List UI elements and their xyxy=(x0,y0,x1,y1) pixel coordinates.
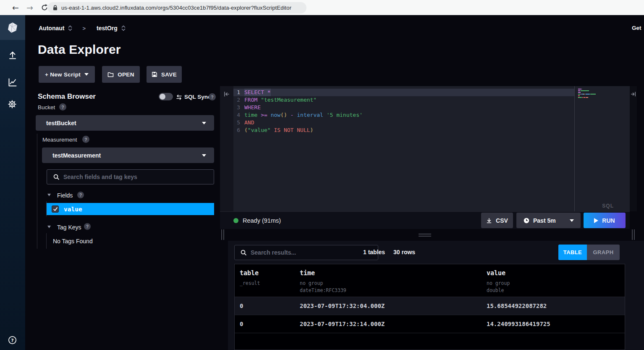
graph-icon[interactable] xyxy=(8,77,18,87)
measurement-dropdown[interactable]: testMeasurement xyxy=(42,147,214,163)
org-switcher-icon[interactable] xyxy=(121,25,126,32)
measurement-help-icon[interactable]: ? xyxy=(82,136,89,143)
lock-icon xyxy=(53,5,58,11)
table-cell: 2023-07-09T17:32:14.000Z xyxy=(300,321,385,327)
code-line[interactable]: 4time >= now() - interval '5 minutes' xyxy=(220,111,574,119)
new-script-label: + New Script xyxy=(45,71,81,78)
field-checkbox-checked[interactable] xyxy=(52,205,59,213)
code-line[interactable]: 2FROM "testMeasurement" xyxy=(220,96,574,104)
account-switcher-icon[interactable] xyxy=(68,25,72,32)
breadcrumb-account[interactable]: Autonaut xyxy=(39,25,64,32)
vertical-splitter-handle[interactable] xyxy=(634,229,635,240)
influxdb-cube-icon xyxy=(6,21,19,34)
rows-count: 30 rows xyxy=(393,249,415,255)
results-search-input[interactable] xyxy=(251,249,358,256)
clock-icon xyxy=(524,218,529,224)
code-text: WHERE xyxy=(244,104,261,111)
code-editor[interactable]: 1SELECT *2FROM "testMeasurement"3WHERE4t… xyxy=(220,89,574,134)
minimap-line xyxy=(578,95,624,96)
tree-guide-line xyxy=(37,134,37,249)
get-button[interactable]: Get xyxy=(632,25,644,31)
open-label: OPEN xyxy=(118,71,134,78)
no-tags-text: No Tags Found xyxy=(53,238,93,245)
gear-icon[interactable] xyxy=(7,99,17,109)
open-button[interactable]: OPEN xyxy=(102,66,140,83)
code-text: ("value" IS NOT NULL) xyxy=(244,126,313,134)
search-icon xyxy=(241,250,247,256)
csv-label: CSV xyxy=(496,217,508,224)
status-indicator xyxy=(233,218,238,223)
vertical-splitter-handle[interactable] xyxy=(221,229,222,240)
tree-guide-line xyxy=(46,233,47,249)
table-cell: 2023-07-09T17:32:04.000Z xyxy=(300,303,385,309)
toggle-knob xyxy=(160,94,165,100)
code-line[interactable]: 6("value" IS NOT NULL) xyxy=(220,126,574,134)
line-number: 5 xyxy=(220,119,240,126)
code-line[interactable]: 5AND xyxy=(220,119,574,126)
breadcrumb-org[interactable]: testOrg xyxy=(97,25,118,32)
browser-address-bar[interactable]: us-east-1-1.aws.cloud2.influxdata.com/or… xyxy=(47,2,306,13)
vertical-splitter-handle[interactable] xyxy=(223,229,224,240)
collapsed-right-panel xyxy=(630,86,637,211)
minimap[interactable] xyxy=(578,89,624,99)
fields-collapse-icon[interactable] xyxy=(47,194,51,196)
line-number: 2 xyxy=(220,96,240,104)
url-text: us-east-1-1.aws.cloud2.influxdata.com/or… xyxy=(61,5,291,11)
run-label: RUN xyxy=(602,217,615,224)
help-icon[interactable]: ? xyxy=(8,336,17,345)
time-range-dropdown[interactable]: Past 5m xyxy=(516,213,581,228)
sync-arrows-icon xyxy=(176,95,182,100)
fields-help-icon[interactable]: ? xyxy=(77,192,84,198)
horizontal-splitter-handle[interactable] xyxy=(419,234,431,234)
horizontal-splitter-handle[interactable] xyxy=(419,236,431,237)
tables-count: 1 tables xyxy=(363,249,385,255)
fields-label: Fields xyxy=(57,192,73,199)
line-number: 4 xyxy=(220,111,240,119)
sql-sync-help-icon[interactable]: ? xyxy=(209,93,216,100)
code-line[interactable]: 3WHERE xyxy=(220,104,574,111)
browser-forward-icon[interactable]: → xyxy=(25,0,34,15)
editor-divider xyxy=(574,86,575,211)
tag-keys-help-icon[interactable]: ? xyxy=(84,223,91,230)
tab-graph[interactable]: GRAPH xyxy=(587,245,620,260)
expand-right-icon[interactable] xyxy=(630,91,636,97)
code-text: SELECT * xyxy=(244,89,271,96)
chevron-down-icon xyxy=(202,154,206,157)
column-subtitle: _result xyxy=(240,280,260,287)
chevron-down-icon xyxy=(84,73,89,76)
line-number: 3 xyxy=(220,104,240,111)
minimap-line xyxy=(578,97,624,98)
measurement-label: Measurement xyxy=(42,137,77,143)
status-text: Ready (91ms) xyxy=(243,217,281,224)
influxdb-logo[interactable] xyxy=(0,15,25,40)
sql-sync-toggle[interactable] xyxy=(159,93,173,100)
field-item-label: value xyxy=(64,206,82,213)
bucket-value: testBucket xyxy=(46,120,76,126)
vertical-splitter-handle[interactable] xyxy=(632,229,633,240)
browser-back-icon[interactable]: ← xyxy=(11,0,20,15)
save-button[interactable]: SAVE xyxy=(147,66,182,83)
column-title: value xyxy=(487,269,510,277)
code-line[interactable]: 1SELECT * xyxy=(220,89,574,96)
tag-keys-label: Tag Keys xyxy=(57,224,81,231)
bucket-label: Bucket xyxy=(38,104,55,111)
breadcrumb: Autonaut > testOrg xyxy=(39,24,126,32)
schema-search[interactable] xyxy=(47,169,214,184)
bucket-help-icon[interactable]: ? xyxy=(59,103,66,111)
field-item-value[interactable]: value xyxy=(47,203,214,215)
schema-search-input[interactable] xyxy=(63,174,188,180)
run-button[interactable]: RUN xyxy=(584,213,626,228)
bucket-dropdown[interactable]: testBucket xyxy=(36,115,214,131)
table-row: 02023-07-09T17:32:04.000Z15.685449220872… xyxy=(235,297,625,315)
results-search[interactable] xyxy=(234,245,378,260)
csv-button[interactable]: CSV xyxy=(481,213,513,228)
download-icon xyxy=(486,218,492,224)
table-cell: 0 xyxy=(240,321,243,327)
tag-keys-collapse-icon[interactable] xyxy=(47,226,51,228)
svg-text:?: ? xyxy=(11,338,13,343)
tab-table[interactable]: TABLE xyxy=(558,245,587,260)
column-header: table_result xyxy=(240,269,260,287)
new-script-button[interactable]: + New Script xyxy=(39,66,95,83)
upload-icon[interactable] xyxy=(8,50,18,61)
column-header: timeno groupdateTime:RFC3339 xyxy=(300,269,346,294)
